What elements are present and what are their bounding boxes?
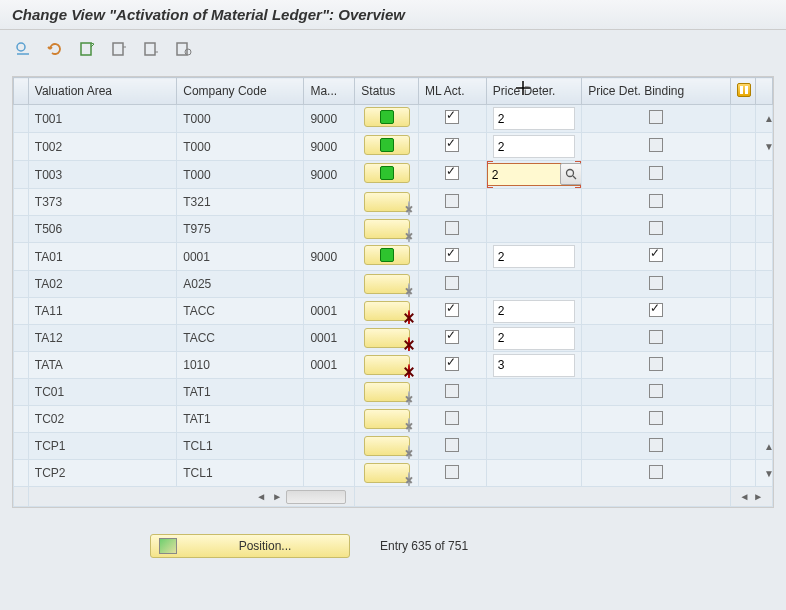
price-binding-checkbox[interactable] — [649, 330, 663, 344]
status-indicator[interactable] — [364, 355, 410, 375]
new-icon[interactable] — [76, 38, 98, 60]
scroll-right2-icon[interactable]: ► — [752, 490, 764, 504]
table-row[interactable]: TA12 TACC 0001 — [14, 325, 773, 352]
price-deter-input[interactable] — [493, 300, 575, 323]
status-indicator[interactable] — [364, 463, 410, 483]
col-price-binding[interactable]: Price Det. Binding — [582, 78, 730, 105]
vscroll-cell[interactable] — [755, 298, 772, 325]
price-binding-checkbox[interactable] — [649, 411, 663, 425]
col-company-code[interactable]: Company Code — [177, 78, 304, 105]
ml-active-checkbox[interactable] — [445, 248, 459, 262]
status-indicator[interactable] — [364, 328, 410, 348]
price-binding-checkbox[interactable] — [649, 276, 663, 290]
price-binding-checkbox[interactable] — [649, 465, 663, 479]
price-deter-input[interactable] — [493, 245, 575, 268]
status-indicator[interactable] — [364, 135, 410, 155]
price-binding-checkbox[interactable] — [649, 166, 663, 180]
ml-active-checkbox[interactable] — [445, 384, 459, 398]
status-indicator[interactable] — [364, 382, 410, 402]
delete-icon[interactable] — [140, 38, 162, 60]
price-binding-checkbox[interactable] — [649, 221, 663, 235]
table-row[interactable]: T506 T975 — [14, 216, 773, 243]
table-row[interactable]: TA02 A025 — [14, 271, 773, 298]
row-handle[interactable] — [14, 406, 29, 433]
scroll-left2-icon[interactable]: ◄ — [739, 490, 751, 504]
table-row[interactable]: T373 T321 — [14, 189, 773, 216]
ml-active-checkbox[interactable] — [445, 465, 459, 479]
status-indicator[interactable] — [364, 436, 410, 456]
price-binding-checkbox[interactable] — [649, 248, 663, 262]
status-indicator[interactable] — [364, 274, 410, 294]
status-indicator[interactable] — [364, 219, 410, 239]
ml-active-checkbox[interactable] — [445, 303, 459, 317]
vscroll-cell[interactable] — [755, 216, 772, 243]
scroll-down-icon[interactable]: ▼ — [762, 466, 773, 480]
col-material[interactable]: Ma... — [304, 78, 355, 105]
price-binding-checkbox[interactable] — [649, 194, 663, 208]
scroll-right-icon[interactable]: ► — [270, 490, 284, 504]
table-row[interactable]: TCP2 TCL1 ▼ — [14, 460, 773, 487]
table-row[interactable]: T002 T000 9000 ▼ — [14, 133, 773, 161]
row-handle[interactable] — [14, 133, 29, 161]
price-deter-input[interactable] — [493, 107, 575, 130]
hscroll-right[interactable]: ◄ ► — [737, 488, 766, 506]
ml-active-checkbox[interactable] — [445, 276, 459, 290]
scroll-up2-icon[interactable]: ▲ — [762, 439, 773, 453]
row-handle[interactable] — [14, 433, 29, 460]
vscroll-cell[interactable] — [755, 161, 772, 189]
row-handle[interactable] — [14, 379, 29, 406]
row-handle[interactable] — [14, 460, 29, 487]
row-handle[interactable] — [14, 243, 29, 271]
table-row[interactable]: TA11 TACC 0001 — [14, 298, 773, 325]
price-deter-input[interactable] — [493, 327, 575, 350]
col-price-deter[interactable]: Price Deter. — [486, 78, 581, 105]
price-binding-checkbox[interactable] — [649, 357, 663, 371]
hscroll-track[interactable] — [286, 490, 346, 504]
col-valuation-area[interactable]: Valuation Area — [28, 78, 176, 105]
vscroll-cell[interactable]: ▼ — [755, 460, 772, 487]
col-status[interactable]: Status — [355, 78, 419, 105]
table-row[interactable]: T001 T000 9000 ▲ — [14, 105, 773, 133]
status-indicator[interactable] — [364, 192, 410, 212]
row-handle[interactable] — [14, 105, 29, 133]
ml-active-checkbox[interactable] — [445, 110, 459, 124]
row-handle[interactable] — [14, 216, 29, 243]
ml-active-checkbox[interactable] — [445, 411, 459, 425]
hscroll-left[interactable]: ◄ ► — [35, 488, 348, 506]
ml-active-checkbox[interactable] — [445, 221, 459, 235]
ml-active-checkbox[interactable] — [445, 438, 459, 452]
table-row[interactable]: TCP1 TCL1 ▲ — [14, 433, 773, 460]
ml-active-checkbox[interactable] — [445, 357, 459, 371]
table-row[interactable]: TA01 0001 9000 — [14, 243, 773, 271]
vscroll-cell[interactable] — [755, 406, 772, 433]
export-icon[interactable] — [172, 38, 194, 60]
table-row[interactable]: TATA 1010 0001 — [14, 352, 773, 379]
status-indicator[interactable] — [364, 107, 410, 127]
row-handle[interactable] — [14, 161, 29, 189]
status-indicator[interactable] — [364, 163, 410, 183]
row-handle[interactable] — [14, 325, 29, 352]
status-indicator[interactable] — [364, 409, 410, 429]
vscroll-cell[interactable] — [755, 189, 772, 216]
row-handle[interactable] — [14, 352, 29, 379]
row-handle[interactable] — [14, 298, 29, 325]
ml-active-checkbox[interactable] — [445, 166, 459, 180]
search-help-icon[interactable] — [560, 163, 582, 185]
col-ml-act[interactable]: ML Act. — [418, 78, 486, 105]
row-handle[interactable] — [14, 189, 29, 216]
vscroll-cell[interactable] — [755, 243, 772, 271]
row-handle[interactable] — [14, 271, 29, 298]
position-button[interactable]: Position... — [150, 534, 350, 558]
edit-icon[interactable] — [12, 38, 34, 60]
scroll-up-icon[interactable]: ▲ — [762, 112, 773, 126]
price-binding-checkbox[interactable] — [649, 110, 663, 124]
price-binding-checkbox[interactable] — [649, 438, 663, 452]
vscroll-cell[interactable] — [755, 325, 772, 352]
price-binding-checkbox[interactable] — [649, 138, 663, 152]
price-deter-input[interactable] — [493, 135, 575, 158]
table-row[interactable]: T003 T000 9000 — [14, 161, 773, 189]
vscroll-cell[interactable] — [755, 352, 772, 379]
scroll-thumb-icon[interactable]: ▼ — [762, 140, 773, 154]
vscroll-cell[interactable] — [755, 379, 772, 406]
copy-icon[interactable] — [108, 38, 130, 60]
